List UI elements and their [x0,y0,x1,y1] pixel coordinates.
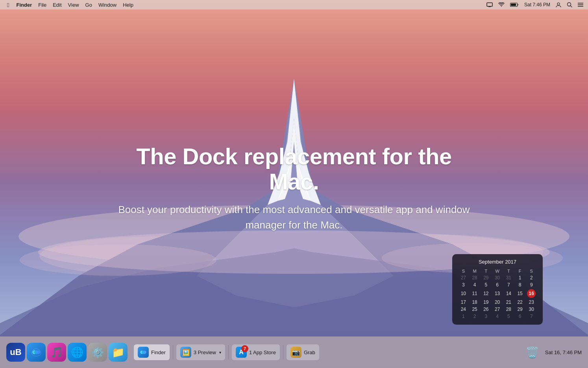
cal-day: 5 [503,313,514,320]
cal-day: 4 [492,313,503,320]
cal-day: 8 [514,281,526,288]
calendar-title: September 2017 [458,259,537,265]
cal-day: 19 [481,299,492,306]
cal-day: 15 [514,288,526,299]
taskbar-divider-1 [173,345,173,359]
svg-point-5 [20,244,216,276]
taskbar-grab-icon: 📷 [290,347,301,358]
cal-header-sat: S [526,268,538,274]
cal-day: 28 [469,274,481,281]
taskbar-preview-icon: 🖼️ [180,347,191,358]
cal-header-wed: W [492,268,503,274]
search-icon[interactable] [565,2,574,7]
taskbar-finder[interactable]: Finder [134,344,170,360]
dock-left: uB 🎵 🌐 ⚙️ 📁 [6,343,128,362]
apple-menu[interactable]:  [3,0,13,9]
taskbar-preview-label: 3 Preview [194,349,216,355]
cal-day: 6 [492,281,503,288]
cal-day: 29 [514,306,526,313]
cal-day: 28 [503,306,514,313]
cal-day: 20 [492,299,503,306]
cal-day: 1 [458,313,469,320]
cal-day: 30 [492,274,503,281]
taskbar-divider-3 [283,345,283,359]
cal-day: 31 [503,274,514,281]
trash-icon[interactable]: 🗑️ [523,343,542,362]
taskbar-appstore-icon: A 7 [236,347,247,358]
taskbar-grab[interactable]: 📷 Grab [287,344,319,360]
cal-day: 16 [526,288,538,299]
menu-view[interactable]: View [65,0,82,9]
cal-day: 13 [492,288,503,299]
cal-day: 25 [469,306,481,313]
calendar-widget: September 2017 S M T W T F S 27282930311… [452,254,543,325]
cal-day: 27 [458,274,469,281]
cal-day: 12 [481,288,492,299]
cal-day: 18 [469,299,481,306]
cal-day: 7 [526,313,538,320]
taskbar-appstore[interactable]: A 7 1 App Store [232,344,280,360]
menu-help[interactable]: Help [120,0,137,9]
cal-day: 21 [503,299,514,306]
cal-day: 2 [469,313,481,320]
cal-day: 29 [481,274,492,281]
menubar-left:  Finder File Edit View Go Window Help [3,0,137,9]
dock-item-files[interactable]: 📁 [109,343,128,362]
cal-day: 11 [469,288,481,299]
menubar-right: Sat 7:46 PM [485,2,585,7]
cal-day: 2 [526,274,538,281]
cal-header-tue: T [481,268,492,274]
menu-go[interactable]: Go [82,0,95,9]
appstore-badge: 7 [241,345,248,352]
cal-day: 1 [514,274,526,281]
taskbar-finder-label: Finder [151,349,166,355]
taskbar-items: Finder 🖼️ 3 Preview ▾ A 7 1 App Store 📷 [134,344,319,360]
svg-point-10 [557,3,560,5]
cal-day: 23 [526,299,538,306]
menubar:  Finder File Edit View Go Window Help S… [0,0,588,9]
cal-day: 4 [469,281,481,288]
calendar-grid: S M T W T F S 27282930311234567891011121… [458,268,537,320]
desktop-text-area: The Dock replacement for the Mac. Boost … [117,144,471,233]
cal-day: 7 [503,281,514,288]
dock-clock: Sat 16, 7:46 PM [545,349,582,355]
cal-day: 24 [458,306,469,313]
dock-item-ubar[interactable]: uB [6,343,25,362]
battery-icon[interactable] [508,2,520,7]
svg-rect-7 [487,3,492,6]
menu-window[interactable]: Window [95,0,120,9]
dock-item-itunes[interactable]: 🎵 [47,343,66,362]
menubar-datetime[interactable]: Sat 7:46 PM [523,2,552,7]
cal-header-fri: F [514,268,526,274]
display-icon[interactable] [485,2,494,7]
cal-day: 27 [492,306,503,313]
dock-right: 🗑️ Sat 16, 7:46 PM [523,343,582,362]
cal-header-mon: M [469,268,481,274]
dock-item-system-prefs[interactable]: ⚙️ [88,343,107,362]
wifi-icon[interactable] [497,2,506,7]
list-icon[interactable] [576,2,585,7]
cal-header-thu: T [503,268,514,274]
taskbar-divider-2 [228,345,229,359]
user-icon[interactable] [554,2,563,7]
svg-rect-9 [511,4,516,6]
preview-dropdown-arrow[interactable]: ▾ [219,350,221,355]
app-name[interactable]: Finder [13,0,35,9]
svg-point-18 [142,351,145,354]
cal-day: 17 [458,299,469,306]
desktop-headline: The Dock replacement for the Mac. [117,144,471,194]
dock: uB 🎵 🌐 ⚙️ 📁 [0,336,588,368]
taskbar-finder-icon [138,347,149,358]
taskbar-preview[interactable]: 🖼️ 3 Preview ▾ [176,344,225,360]
cal-header-sun: S [458,268,469,274]
cal-day: 26 [481,306,492,313]
cal-day: 10 [458,288,469,299]
desktop-subtext: Boost your productivity with the most ad… [117,202,471,233]
cal-day: 22 [514,299,526,306]
dock-item-finder[interactable] [27,343,46,362]
cal-day: 3 [458,281,469,288]
menu-file[interactable]: File [35,0,50,9]
menu-edit[interactable]: Edit [50,0,65,9]
cal-day: 6 [514,313,526,320]
dock-item-safari[interactable]: 🌐 [68,343,87,362]
